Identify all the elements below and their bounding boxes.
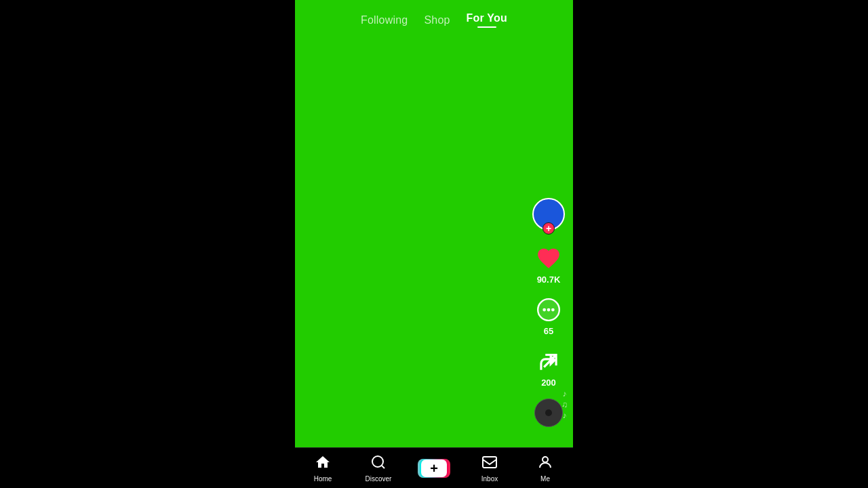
top-nav: Following Shop For You [295,0,573,28]
me-icon [537,454,553,473]
svg-line-5 [382,465,384,468]
svg-point-3 [551,308,555,312]
avatar-action[interactable]: + [532,198,565,233]
home-label: Home [314,475,332,483]
music-note-2: ♫ [561,400,568,409]
inbox-icon [481,454,498,473]
music-note-3: ♪ [563,411,567,420]
share-icon [534,347,563,375]
music-notes-area: ♪ ♫ ♪ [561,389,568,420]
left-black-bar [0,0,295,488]
like-count: 90.7K [537,274,561,285]
nav-active-underline [477,26,496,28]
home-icon [315,454,331,473]
create-plus-icon: + [430,462,438,475]
discover-icon [370,454,387,473]
inbox-label: Inbox [481,475,498,483]
comment-count: 65 [544,326,553,336]
phone-container: Following Shop For You + 90.7K [295,0,573,488]
comment-action[interactable]: 65 [534,296,563,336]
follow-plus-button[interactable]: + [542,222,555,235]
nav-shop[interactable]: Shop [424,14,450,26]
create-btn-wrapper: + [420,459,448,478]
svg-rect-6 [483,457,496,468]
heart-icon [534,244,563,272]
comment-icon [534,296,563,324]
nav-following[interactable]: Following [361,14,408,26]
svg-point-1 [542,308,546,312]
music-disc [534,399,563,427]
like-action[interactable]: 90.7K [534,244,563,285]
sidebar-actions: + 90.7K 65 [532,198,565,434]
bottom-nav: Home Discover + [295,447,573,488]
share-count: 200 [541,378,556,388]
nav-create-button[interactable]: + [406,459,462,478]
nav-inbox-button[interactable]: Inbox [462,454,517,483]
svg-point-2 [547,308,551,312]
svg-point-7 [542,457,548,462]
me-label: Me [540,475,550,483]
share-action[interactable]: 200 [534,347,563,388]
svg-point-4 [372,456,383,467]
discover-label: Discover [366,475,392,483]
nav-for-you[interactable]: For You [467,12,507,28]
right-black-bar [573,0,868,488]
nav-home-button[interactable]: Home [295,454,351,483]
nav-discover-button[interactable]: Discover [351,454,406,483]
avatar-container: + [532,198,565,230]
nav-me-button[interactable]: Me [517,454,573,483]
music-disc-action[interactable] [534,399,563,427]
create-btn-inner: + [421,460,447,477]
video-area [295,0,573,447]
music-note-1: ♪ [563,389,567,399]
